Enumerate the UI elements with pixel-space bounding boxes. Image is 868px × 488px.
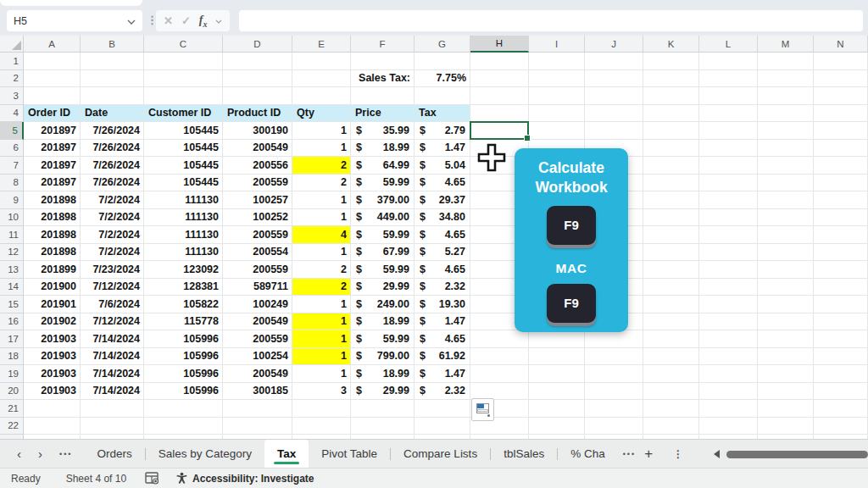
cell-N17[interactable]	[814, 330, 868, 348]
column-header-D[interactable]: D	[223, 36, 292, 53]
cell-K13[interactable]	[643, 261, 699, 279]
cell-K1[interactable]	[643, 53, 699, 70]
cell-J20[interactable]	[585, 383, 643, 401]
next-sheet-icon[interactable]: ›	[38, 447, 42, 460]
row-header-13[interactable]: 13	[0, 261, 24, 279]
cell-N2[interactable]	[814, 70, 868, 88]
cell-N10[interactable]	[814, 209, 868, 227]
select-all-corner[interactable]	[0, 36, 24, 53]
cell-C10[interactable]: 111130	[144, 209, 223, 227]
cell-M2[interactable]	[758, 70, 814, 88]
cell-M4[interactable]	[758, 105, 814, 123]
cell-A11[interactable]: 201898	[24, 226, 81, 244]
cell-N3[interactable]	[814, 87, 868, 105]
cell-F5[interactable]: $35.99	[351, 122, 415, 140]
cell-B13[interactable]: 7/23/2024	[81, 261, 144, 279]
cell-C14[interactable]: 128381	[144, 279, 223, 297]
cell-F19[interactable]: $18.99	[351, 365, 415, 383]
cell-L14[interactable]	[699, 279, 758, 297]
cell-K6[interactable]	[643, 140, 699, 158]
cell-F21[interactable]	[351, 400, 415, 418]
row-header-21[interactable]: 21	[0, 400, 24, 418]
row-header-5[interactable]: 5	[0, 122, 24, 140]
cell-D21[interactable]	[223, 400, 292, 418]
sheet-tab-compare-lists[interactable]: Compare Lists	[391, 440, 490, 468]
cell-F10[interactable]: $449.00	[351, 209, 415, 227]
cell-E2[interactable]	[292, 70, 351, 88]
cell-J3[interactable]	[585, 87, 643, 105]
cell-G12[interactable]: $5.27	[415, 244, 470, 262]
cell-B5[interactable]: 7/26/2024	[81, 122, 144, 140]
column-header-E[interactable]: E	[292, 36, 351, 53]
row-header-4[interactable]: 4	[0, 105, 24, 123]
cell-D10[interactable]: 100252	[223, 209, 292, 227]
cell-K16[interactable]	[643, 313, 699, 331]
cell-H19[interactable]	[470, 365, 529, 383]
cell-C20[interactable]: 105996	[144, 383, 223, 401]
cell-D9[interactable]: 100257	[223, 191, 292, 209]
cell-G20[interactable]: $2.32	[415, 383, 470, 401]
cell-K7[interactable]	[643, 157, 699, 175]
cell-G6[interactable]: $1.47	[415, 140, 470, 158]
column-header-I[interactable]: I	[529, 36, 585, 53]
cell-C2[interactable]	[144, 70, 223, 88]
cell-M13[interactable]	[758, 261, 814, 279]
cell-N14[interactable]	[814, 279, 868, 297]
cell-B16[interactable]: 7/12/2024	[81, 313, 144, 331]
tab-overflow-ellipsis-icon[interactable]: •••	[623, 450, 636, 458]
cell-J1[interactable]	[585, 53, 643, 70]
cell-B6[interactable]: 7/26/2024	[81, 140, 144, 158]
cell-F13[interactable]: $59.99	[351, 261, 415, 279]
cell-M5[interactable]	[758, 122, 814, 140]
cell-A7[interactable]: 201897	[24, 157, 81, 175]
cell-B17[interactable]: 7/14/2024	[81, 330, 144, 348]
row-header-2[interactable]: 2	[0, 70, 24, 88]
cell-F20[interactable]: $29.99	[351, 383, 415, 401]
cell-N6[interactable]	[814, 140, 868, 158]
cell-G18[interactable]: $61.92	[415, 348, 470, 366]
cell-F7[interactable]: $64.99	[351, 157, 415, 175]
cell-B21[interactable]	[81, 400, 144, 418]
cell-B9[interactable]: 7/2/2024	[81, 191, 144, 209]
cell-I19[interactable]	[529, 365, 585, 383]
cell-H3[interactable]	[470, 87, 529, 105]
cell-N15[interactable]	[814, 296, 868, 313]
cell-L10[interactable]	[699, 209, 758, 227]
cell-I18[interactable]	[529, 348, 585, 366]
row-header-22[interactable]: 22	[0, 418, 24, 435]
cell-A16[interactable]: 201902	[24, 313, 81, 331]
cell-B11[interactable]: 7/2/2024	[81, 226, 144, 244]
cell-G7[interactable]: $5.04	[415, 157, 470, 175]
cell-B19[interactable]: 7/14/2024	[81, 365, 144, 383]
cell-F17[interactable]: $59.99	[351, 330, 415, 348]
cell-M22[interactable]	[758, 418, 814, 435]
chevron-down-icon[interactable]	[127, 15, 136, 27]
cell-L19[interactable]	[699, 365, 758, 383]
cell-K9[interactable]	[643, 191, 699, 209]
cell-L13[interactable]	[699, 261, 758, 279]
cell-G15[interactable]: $19.30	[415, 296, 470, 313]
cell-F14[interactable]: $29.99	[351, 279, 415, 297]
cell-K14[interactable]	[643, 279, 699, 297]
cell-L5[interactable]	[699, 122, 758, 140]
cell-E9[interactable]: 1	[292, 191, 351, 209]
cell-L11[interactable]	[699, 226, 758, 244]
column-header-L[interactable]: L	[699, 36, 758, 53]
cell-E14[interactable]: 2	[292, 279, 351, 297]
cell-F3[interactable]	[351, 87, 415, 105]
cell-G11[interactable]: $4.65	[415, 226, 470, 244]
cell-C16[interactable]: 115778	[144, 313, 223, 331]
cell-B4[interactable]: Date	[81, 105, 144, 123]
cell-C18[interactable]: 105996	[144, 348, 223, 366]
cell-M20[interactable]	[758, 383, 814, 401]
cell-N9[interactable]	[814, 191, 868, 209]
cell-C19[interactable]: 105996	[144, 365, 223, 383]
cell-K22[interactable]	[643, 418, 699, 435]
cell-I5[interactable]	[529, 122, 585, 140]
cell-G16[interactable]: $1.47	[415, 313, 470, 331]
cell-G17[interactable]: $4.65	[415, 330, 470, 348]
cell-K21[interactable]	[643, 400, 699, 418]
cell-A9[interactable]: 201898	[24, 191, 81, 209]
cell-N16[interactable]	[814, 313, 868, 331]
cell-K17[interactable]	[643, 330, 699, 348]
